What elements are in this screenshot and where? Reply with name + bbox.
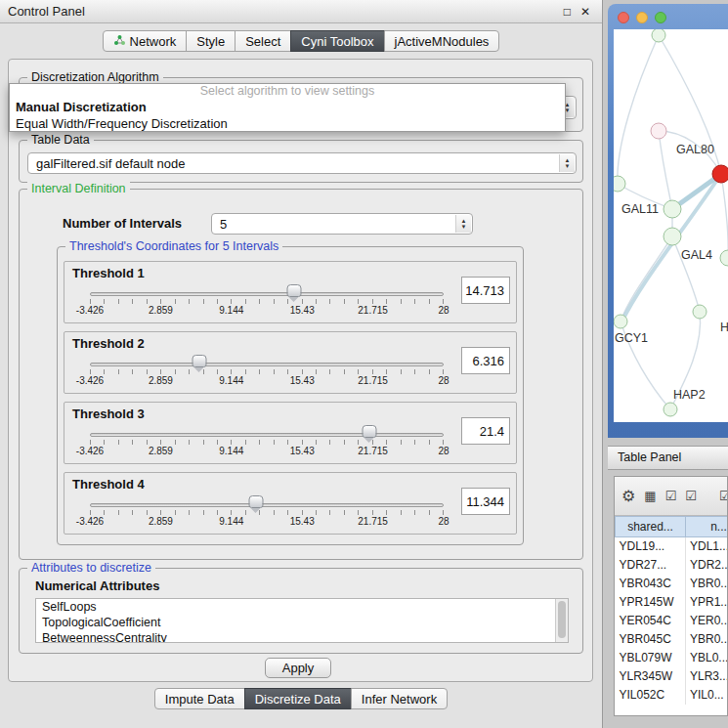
network-node[interactable] xyxy=(664,200,681,218)
table-cell[interactable]: YPR145W xyxy=(616,593,686,612)
select-none-icon[interactable]: ☑ xyxy=(685,490,697,502)
table-row[interactable]: YLR345WYLR3... xyxy=(616,667,728,686)
list-item[interactable]: TopologicalCoefficient xyxy=(36,615,568,630)
attributes-list[interactable]: SelfLoops TopologicalCoefficient Between… xyxy=(35,598,569,643)
network-node[interactable] xyxy=(720,250,728,266)
list-scrollbar[interactable] xyxy=(555,599,568,642)
network-node[interactable] xyxy=(664,403,677,416)
threshold-2-slider[interactable]: -3.4262.8599.14415.4321.71528 xyxy=(90,354,444,389)
threshold-2-panel: Threshold 2 -3.4262.8599.14415.4321.7152… xyxy=(64,331,517,394)
tab-impute-data[interactable]: Impute Data xyxy=(154,688,245,709)
table-panel-window: ⚙ ▦ ☑ ☑ ☑ ▦ shared... n... YDL19...YDL1.… xyxy=(614,476,728,716)
network-graph[interactable]: GAL80 GAL11 GAL4 GCY1 HAP2 H xyxy=(614,29,728,422)
control-panel-titlebar[interactable]: Control Panel □ ✕ xyxy=(0,0,602,23)
dropdown-option-equal-width-frequency[interactable]: Equal Width/Frequency Discretization xyxy=(10,115,565,132)
filter-icon[interactable]: ☑ xyxy=(719,490,728,502)
table-row[interactable]: YBL079WYBL0... xyxy=(616,649,728,667)
tab-network[interactable]: Network xyxy=(103,30,188,52)
slider-track[interactable] xyxy=(90,363,444,366)
zoom-traffic-icon[interactable] xyxy=(655,12,666,23)
close-icon[interactable]: ✕ xyxy=(580,5,590,19)
slider-scale: -3.4262.8599.14415.4321.71528 xyxy=(90,305,444,317)
network-node[interactable] xyxy=(614,176,625,192)
window-traffic-lights xyxy=(618,12,666,23)
slider-track[interactable] xyxy=(90,503,444,507)
threshold-4-slider[interactable]: -3.4262.8599.14415.4321.71528 xyxy=(90,494,444,530)
threshold-3-value[interactable]: 21.4 xyxy=(461,417,510,445)
slider-thumb[interactable] xyxy=(286,284,301,297)
columns-icon[interactable]: ▦ xyxy=(644,490,656,502)
slider-track[interactable] xyxy=(90,433,444,437)
network-node[interactable] xyxy=(664,228,681,245)
table-cell[interactable]: YER054C xyxy=(616,612,686,630)
table-cell[interactable]: YIL052C xyxy=(616,686,686,705)
table-cell[interactable]: YPR1... xyxy=(686,593,728,612)
table-cell[interactable]: YBL0... xyxy=(686,649,728,667)
minimize-icon[interactable]: □ xyxy=(564,5,571,19)
table-cell[interactable]: YBL079W xyxy=(616,649,686,667)
table-cell[interactable]: YLR3... xyxy=(686,667,728,686)
table-cell[interactable]: YBR043C xyxy=(616,575,686,593)
network-node[interactable] xyxy=(652,29,665,42)
select-all-icon[interactable]: ☑ xyxy=(665,490,677,502)
list-item[interactable]: SelfLoops xyxy=(36,599,568,615)
tab-infer-network[interactable]: Infer Network xyxy=(351,688,448,709)
apply-button[interactable]: Apply xyxy=(265,658,331,678)
combo-stepper-icon: ▲▼ xyxy=(455,215,471,233)
table-row[interactable]: YBR045CYBR0... xyxy=(616,630,728,649)
slider-thumb[interactable] xyxy=(193,355,207,367)
network-node[interactable] xyxy=(693,305,707,319)
column-header[interactable]: n... xyxy=(686,517,728,537)
table-cell[interactable]: YLR345W xyxy=(616,667,686,686)
group-title: Attributes to discretize xyxy=(27,561,155,575)
list-item[interactable]: BetweennessCentrality xyxy=(36,630,568,643)
network-node[interactable] xyxy=(614,315,627,328)
tab-label: Infer Network xyxy=(362,692,437,707)
number-of-intervals-combo[interactable]: 5 ▲▼ xyxy=(211,213,473,235)
table-row[interactable]: YIL052CYIL0... xyxy=(616,686,728,705)
minimize-traffic-icon[interactable] xyxy=(636,12,648,23)
threshold-3-panel: Threshold 3 -3.4262.8599.14415.4321.7152… xyxy=(64,402,517,464)
network-node[interactable] xyxy=(651,123,666,139)
slider-thumb[interactable] xyxy=(249,495,264,508)
tab-jactivemnodules[interactable]: jActiveMNodules xyxy=(384,30,500,52)
gear-icon[interactable]: ⚙ xyxy=(621,489,635,504)
table-cell[interactable]: YBR0... xyxy=(686,630,728,649)
slider-track[interactable] xyxy=(90,292,444,296)
tab-style[interactable]: Style xyxy=(186,30,236,52)
threshold-2-value[interactable]: 6.316 xyxy=(461,347,510,374)
table-cell[interactable]: YDL19... xyxy=(616,537,686,556)
table-cell[interactable]: YDR27... xyxy=(616,556,686,575)
tab-select[interactable]: Select xyxy=(235,30,291,52)
threshold-4-value[interactable]: 11.344 xyxy=(461,488,510,515)
number-of-intervals-label: Number of Intervals xyxy=(63,216,182,231)
threshold-1-value[interactable]: 14.713 xyxy=(461,277,510,304)
table-cell[interactable]: YBR045C xyxy=(616,630,686,649)
table-row[interactable]: YPR145WYPR1... xyxy=(616,593,728,612)
network-node-selected[interactable] xyxy=(712,165,728,183)
tab-discretize-data[interactable]: Discretize Data xyxy=(244,688,352,709)
threshold-1-slider[interactable]: -3.4262.8599.14415.4321.71528 xyxy=(90,283,444,319)
tab-cyni-toolbox[interactable]: Cyni Toolbox xyxy=(290,30,384,52)
interval-definition-group: Interval Definition Number of Intervals … xyxy=(19,189,583,560)
table-panel-header[interactable]: Table Panel xyxy=(608,446,728,470)
table-cell[interactable]: YER0... xyxy=(686,612,728,630)
table-row[interactable]: YDR27...YDR2... xyxy=(616,556,728,575)
table-cell[interactable]: YBR0... xyxy=(686,575,728,593)
table-data-combo[interactable]: galFiltered.sif default node ▲▼ xyxy=(27,152,577,174)
table-row[interactable]: YDL19...YDL1... xyxy=(616,537,728,556)
slider-thumb[interactable] xyxy=(362,425,376,438)
threshold-3-slider[interactable]: -3.4262.8599.14415.4321.71528 xyxy=(90,424,444,459)
slider-scale: -3.4262.8599.14415.4321.71528 xyxy=(90,516,444,528)
node-label: GAL4 xyxy=(681,248,712,262)
column-header[interactable]: shared... xyxy=(616,517,686,537)
table-cell[interactable]: YDR2... xyxy=(686,556,728,575)
network-canvas[interactable]: GAL80 GAL11 GAL4 GCY1 HAP2 H xyxy=(614,29,728,422)
table-row[interactable]: YER054CYER0... xyxy=(616,612,728,630)
dropdown-option-manual-discretization[interactable]: Manual Discretization xyxy=(10,99,565,115)
table-row[interactable]: YBR043CYBR0... xyxy=(616,575,728,593)
table-cell[interactable]: YIL0... xyxy=(686,686,728,705)
table-cell[interactable]: YDL1... xyxy=(686,537,728,556)
thresholds-group: Threshold's Coordinates for 5 Intervals … xyxy=(57,246,524,545)
close-traffic-icon[interactable] xyxy=(618,12,629,23)
